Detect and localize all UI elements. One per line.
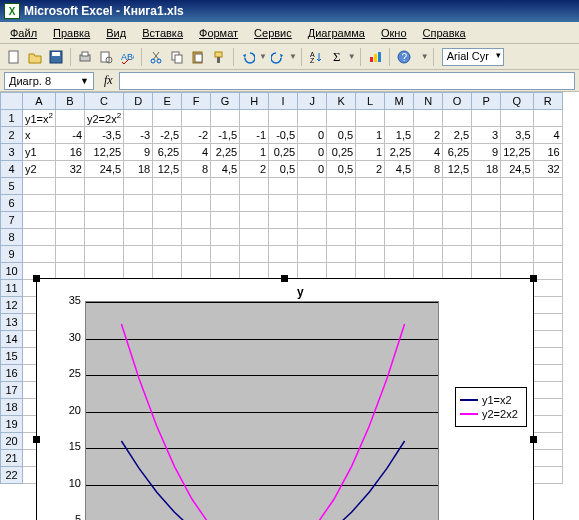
cell[interactable]: -1 — [240, 127, 269, 144]
row-header[interactable]: 20 — [1, 433, 23, 450]
cell[interactable] — [182, 178, 211, 195]
cell[interactable] — [211, 178, 240, 195]
help-icon[interactable]: ? — [394, 47, 414, 67]
cell[interactable] — [23, 246, 56, 263]
paste-icon[interactable] — [188, 47, 208, 67]
cell[interactable] — [56, 246, 85, 263]
cell[interactable] — [124, 246, 153, 263]
name-box[interactable]: Диагр. 8 ▼ — [4, 72, 94, 90]
undo-icon[interactable] — [238, 47, 258, 67]
embedded-chart[interactable]: y x y1=x2 y2=2x2 05101520253035-5-4-3-2-… — [36, 278, 534, 520]
cell[interactable] — [56, 212, 85, 229]
cell[interactable] — [533, 433, 562, 450]
cell[interactable]: 0,5 — [327, 161, 356, 178]
menu-format[interactable]: Формат — [191, 25, 246, 41]
column-header[interactable]: P — [472, 93, 501, 110]
row-header[interactable]: 13 — [1, 314, 23, 331]
cell[interactable] — [443, 178, 472, 195]
chart-wizard-icon[interactable] — [365, 47, 385, 67]
cell[interactable] — [211, 263, 240, 280]
cell[interactable] — [533, 195, 562, 212]
cell[interactable] — [56, 263, 85, 280]
cell[interactable] — [414, 246, 443, 263]
redo-dropdown-icon[interactable]: ▼ — [289, 52, 297, 61]
row-header[interactable]: 22 — [1, 467, 23, 484]
cell[interactable] — [533, 110, 562, 127]
cell[interactable] — [56, 110, 85, 127]
column-header[interactable]: R — [533, 93, 562, 110]
cell[interactable] — [23, 229, 56, 246]
cell[interactable] — [385, 263, 414, 280]
cell[interactable]: 12,5 — [153, 161, 182, 178]
copy-icon[interactable] — [167, 47, 187, 67]
cell[interactable] — [443, 212, 472, 229]
cell[interactable] — [85, 246, 124, 263]
print-icon[interactable] — [75, 47, 95, 67]
cell[interactable]: 9 — [472, 144, 501, 161]
menu-help[interactable]: Справка — [415, 25, 474, 41]
cell[interactable] — [56, 229, 85, 246]
cell[interactable]: -3,5 — [85, 127, 124, 144]
row-header[interactable]: 16 — [1, 365, 23, 382]
cell[interactable]: 8 — [414, 161, 443, 178]
cell[interactable] — [85, 263, 124, 280]
cell[interactable]: 6,25 — [443, 144, 472, 161]
cell[interactable] — [472, 212, 501, 229]
cell[interactable] — [211, 212, 240, 229]
cell[interactable] — [356, 263, 385, 280]
cell[interactable] — [85, 229, 124, 246]
cell[interactable] — [533, 280, 562, 297]
cell[interactable] — [298, 212, 327, 229]
column-header[interactable]: J — [298, 93, 327, 110]
cell[interactable] — [56, 195, 85, 212]
cell[interactable] — [472, 229, 501, 246]
cell[interactable]: 2 — [356, 161, 385, 178]
cell[interactable] — [327, 178, 356, 195]
cell[interactable] — [443, 229, 472, 246]
cell[interactable]: 32 — [56, 161, 85, 178]
cell[interactable] — [356, 229, 385, 246]
menu-tools[interactable]: Сервис — [246, 25, 300, 41]
menu-file[interactable]: Файл — [2, 25, 45, 41]
cell[interactable]: 12,25 — [501, 144, 534, 161]
cell[interactable]: 16 — [56, 144, 85, 161]
cut-icon[interactable] — [146, 47, 166, 67]
cell[interactable] — [533, 467, 562, 484]
cell[interactable] — [153, 263, 182, 280]
cell[interactable] — [23, 178, 56, 195]
cell[interactable]: 2 — [240, 161, 269, 178]
resize-handle-w[interactable] — [33, 436, 40, 443]
cell[interactable] — [182, 229, 211, 246]
row-header[interactable]: 5 — [1, 178, 23, 195]
cell[interactable]: 4 — [182, 144, 211, 161]
cell[interactable]: 1 — [240, 144, 269, 161]
row-header[interactable]: 8 — [1, 229, 23, 246]
column-header[interactable]: O — [443, 93, 472, 110]
formula-bar[interactable] — [119, 72, 575, 90]
cell[interactable] — [414, 263, 443, 280]
cell[interactable] — [385, 246, 414, 263]
cell[interactable]: 2,5 — [443, 127, 472, 144]
cell[interactable] — [327, 212, 356, 229]
cell[interactable]: 1,5 — [385, 127, 414, 144]
cell[interactable] — [298, 110, 327, 127]
menu-insert[interactable]: Вставка — [134, 25, 191, 41]
cell[interactable]: 12,25 — [85, 144, 124, 161]
spell-icon[interactable]: ABC — [117, 47, 137, 67]
cell[interactable] — [124, 195, 153, 212]
cell[interactable] — [533, 331, 562, 348]
cell[interactable] — [269, 246, 298, 263]
cell[interactable] — [533, 212, 562, 229]
column-header[interactable]: K — [327, 93, 356, 110]
cell[interactable]: 18 — [472, 161, 501, 178]
cell[interactable] — [443, 246, 472, 263]
cell[interactable] — [124, 178, 153, 195]
cell[interactable]: 0,5 — [327, 127, 356, 144]
cell[interactable] — [533, 416, 562, 433]
cell[interactable]: y2=2x2 — [85, 110, 124, 127]
dropdown-icon[interactable]: ▼ — [80, 76, 89, 86]
cell[interactable] — [533, 229, 562, 246]
row-header[interactable]: 10 — [1, 263, 23, 280]
preview-icon[interactable] — [96, 47, 116, 67]
cell[interactable]: y1=x2 — [23, 110, 56, 127]
